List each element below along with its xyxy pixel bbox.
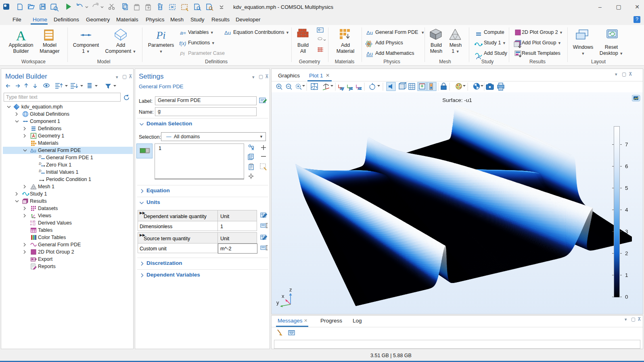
svg-text:Δu: Δu — [366, 30, 373, 36]
svg-text:xz: xz — [358, 86, 362, 90]
svg-text:Pi: Pi — [180, 51, 185, 57]
svg-text:D: D — [38, 169, 42, 173]
svg-text:4: 4 — [625, 207, 628, 213]
svg-text:7: 7 — [625, 141, 628, 148]
svg-text:e-12: e-12 — [30, 223, 36, 226]
svg-text:8.85: 8.85 — [30, 220, 36, 223]
svg-text:1: 1 — [625, 272, 628, 278]
svg-text:5: 5 — [625, 185, 628, 191]
svg-text:Δu: Δu — [224, 30, 231, 36]
svg-text:Pi: Pi — [156, 29, 165, 41]
svg-text:f(x): f(x) — [179, 41, 186, 46]
svg-text:yz: yz — [349, 86, 353, 90]
svg-text:a=: a= — [180, 30, 186, 36]
svg-text:0: 0 — [625, 294, 628, 300]
svg-text:3: 3 — [625, 229, 628, 235]
svg-text:Δu: Δu — [366, 51, 373, 57]
svg-text:6: 6 — [625, 163, 628, 169]
svg-text:x: x — [282, 293, 284, 299]
svg-text:xy: xy — [340, 86, 344, 90]
svg-text:D: D — [38, 154, 42, 158]
svg-text:y: y — [276, 300, 279, 306]
svg-text:A: A — [16, 28, 26, 43]
svg-text:z: z — [289, 287, 292, 293]
svg-text:Δu: Δu — [30, 148, 36, 154]
svg-text:D: D — [38, 162, 42, 166]
svg-text:2: 2 — [625, 250, 628, 256]
